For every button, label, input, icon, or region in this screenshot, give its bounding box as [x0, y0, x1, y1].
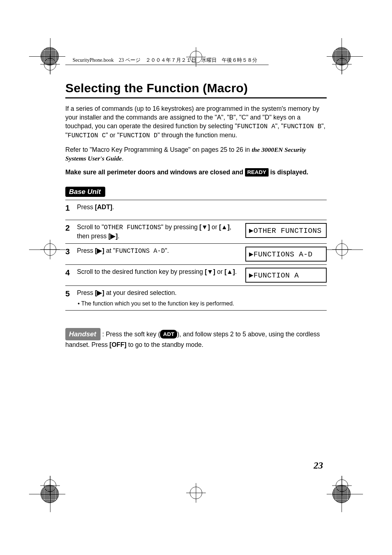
- step-row: 3 Press [▶] at "FUNCTIONS A-D". ▶FUNCTIO…: [65, 243, 327, 264]
- step-text: Press [▶] at "FUNCTIONS A-D".: [77, 247, 243, 256]
- function-d-label: FUNCTION D: [119, 132, 158, 139]
- page-content: SecurityPhone.book 23 ページ ２００４年７月２１日 水曜日…: [65, 45, 327, 503]
- step-text-fragment: Press: [77, 289, 95, 296]
- intro-paragraph-2: Refer to "Macro Key Programming & Usage"…: [65, 145, 327, 163]
- right-arrow-key: [▶]: [109, 232, 118, 240]
- intro-text: ", ": [275, 122, 283, 130]
- function-a-label: FUNCTION A: [237, 123, 275, 130]
- function-b-label: FUNCTION B: [283, 123, 321, 130]
- step-row: 2 Scroll to "OTHER FUNCTIONS" by pressin…: [65, 220, 327, 243]
- step-text-fragment: or: [215, 268, 224, 275]
- step-text-fragment: at ": [104, 247, 115, 254]
- registration-mark: [44, 58, 56, 70]
- page-number: 23: [314, 460, 323, 471]
- step-text-fragment: Scroll to the desired function key by pr…: [77, 268, 205, 275]
- function-c-label: FUNCTION C: [68, 132, 106, 139]
- lcd-display: ▶OTHER FUNCTIONS: [245, 223, 327, 238]
- up-arrow-key: [▲]: [219, 223, 230, 231]
- step-text-fragment: Scroll to ": [77, 223, 104, 231]
- step-text-fragment: Press: [77, 203, 95, 211]
- intro-text: is displayed.: [269, 169, 309, 176]
- down-arrow-key: [▼]: [205, 268, 215, 275]
- step-number: 2: [65, 223, 75, 233]
- crop-line: [327, 56, 363, 57]
- registration-mark: [336, 479, 348, 492]
- step-number: 5: [65, 289, 75, 299]
- step-text: Press [ADT].: [77, 203, 243, 212]
- running-header: SecurityPhone.book 23 ページ ２００４年７月２１日 水曜日…: [65, 45, 327, 64]
- header-rule: [65, 65, 269, 65]
- step-text-fragment: Press: [77, 247, 95, 254]
- page-title: Selecting the Function (Macro): [65, 81, 327, 95]
- intro-text: .: [122, 155, 124, 162]
- step-text-fragment: " by pressing: [161, 223, 199, 231]
- registration-mark: [44, 479, 56, 492]
- intro-text: " or ": [106, 131, 119, 139]
- step-text: Scroll to "OTHER FUNCTIONS" by pressing …: [77, 223, 243, 240]
- step-text: Press [▶] at your desired selection. • T…: [77, 289, 243, 307]
- handset-text: : Press the soft key (: [101, 331, 160, 338]
- lcd-display: ▶FUNCTIONS A-D: [245, 247, 327, 262]
- registration-mark: [336, 58, 348, 70]
- step-text-fragment: .: [235, 268, 237, 275]
- softkey-adt-icon: ADT: [160, 330, 177, 339]
- intro-paragraph-3: Make sure all perimeter doors and window…: [65, 168, 327, 177]
- step-text-fragment: ".: [165, 247, 169, 254]
- crop-line: [29, 56, 65, 57]
- off-key: [OFF]: [110, 341, 127, 348]
- step-note: • The function which you set to the func…: [77, 300, 240, 308]
- crop-line: [327, 250, 363, 250]
- crop-line: [327, 494, 363, 494]
- intro-text: Make sure all perimeter doors and window…: [65, 169, 245, 176]
- down-arrow-key: [▼]: [199, 223, 210, 231]
- ready-badge: READY: [245, 168, 269, 177]
- up-arrow-key: [▲]: [224, 268, 235, 275]
- lcd-display: ▶FUNCTION A: [245, 268, 327, 283]
- right-arrow-key: [▶]: [95, 289, 105, 296]
- step-display-slot: ▶OTHER FUNCTIONS: [245, 223, 327, 238]
- title-underline: [65, 97, 327, 98]
- step-row: 5 Press [▶] at your desired selection. •…: [65, 285, 327, 311]
- menu-item-label: FUNCTIONS A-D: [115, 247, 165, 255]
- crop-line: [29, 494, 65, 494]
- step-row: 1 Press [ADT].: [65, 200, 327, 220]
- step-row: 4 Scroll to the desired function key by …: [65, 264, 327, 285]
- handset-label: Handset: [65, 328, 101, 340]
- step-text-fragment: or: [210, 223, 219, 231]
- step-text-fragment: .: [112, 203, 114, 211]
- step-number: 4: [65, 268, 75, 278]
- right-arrow-key: [▶]: [95, 247, 105, 254]
- step-text-fragment: at your desired selection.: [104, 289, 176, 296]
- base-unit-label: Base Unit: [65, 187, 105, 197]
- crop-line: [29, 250, 65, 250]
- step-text-fragment: .: [118, 232, 119, 240]
- step-text: Scroll to the desired function key by pr…: [77, 268, 243, 276]
- steps-list: 1 Press [ADT]. 2 Scroll to "OTHER FUNCTI…: [65, 200, 327, 311]
- step-display-slot: ▶FUNCTION A: [245, 268, 327, 283]
- menu-item-label: OTHER FUNCTIONS: [104, 224, 161, 231]
- step-number: 1: [65, 203, 75, 213]
- intro-text: " through the function menu.: [158, 131, 237, 139]
- step-number: 3: [65, 247, 75, 256]
- step-display-slot: ▶FUNCTIONS A-D: [245, 247, 327, 262]
- handset-text: to go to the standby mode.: [126, 341, 203, 348]
- intro-text: Refer to "Macro Key Programming & Usage"…: [65, 146, 252, 153]
- handset-paragraph: Handset : Press the soft key (ADT), and …: [65, 323, 327, 349]
- key-adt: [ADT]: [95, 203, 113, 211]
- intro-paragraph-1: If a series of commands (up to 16 keystr…: [65, 104, 327, 140]
